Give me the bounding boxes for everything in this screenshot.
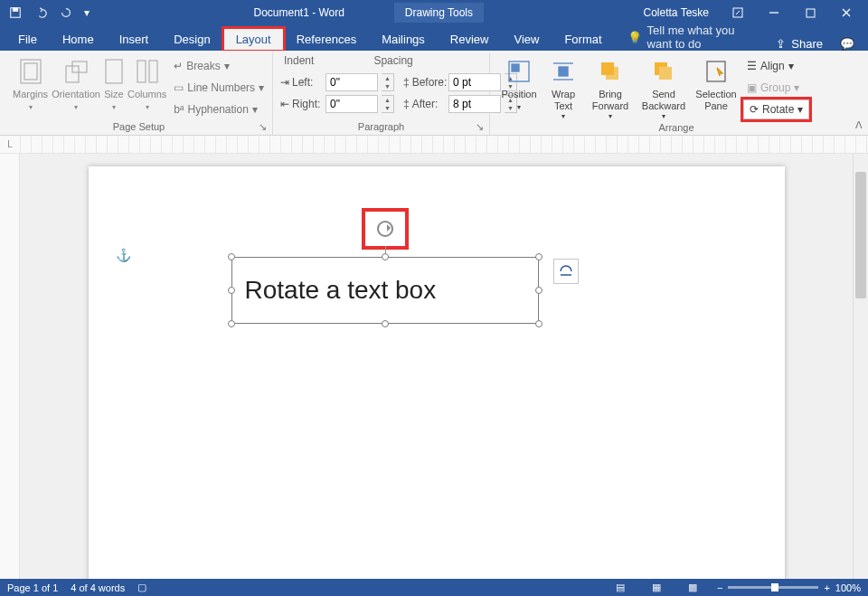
print-layout-view-icon[interactable]: ▦ bbox=[645, 582, 668, 593]
page-setup-dialog-launcher[interactable]: ↘ bbox=[259, 121, 267, 133]
ruler-corner: L bbox=[0, 136, 20, 153]
selection-pane-button[interactable]: Selection Pane bbox=[693, 54, 740, 120]
zoom-slider-thumb[interactable] bbox=[771, 583, 778, 591]
tab-format[interactable]: Format bbox=[552, 28, 614, 51]
zoom-out-button[interactable]: − bbox=[717, 582, 722, 593]
tab-references[interactable]: References bbox=[284, 28, 369, 51]
orientation-icon bbox=[63, 56, 89, 87]
vertical-scrollbar[interactable] bbox=[853, 154, 868, 579]
paragraph-dialog-launcher[interactable]: ↘ bbox=[476, 121, 484, 133]
tab-home[interactable]: Home bbox=[50, 28, 107, 51]
bring-forward-label: Bring Forward bbox=[592, 89, 628, 112]
send-backward-button[interactable]: Send Backward▾ bbox=[638, 54, 689, 120]
text-box-content[interactable]: Rotate a text box bbox=[231, 257, 539, 324]
zoom-slider-track[interactable] bbox=[728, 586, 818, 589]
tab-file[interactable]: File bbox=[5, 28, 50, 51]
spacing-after-label: ‡After: bbox=[403, 98, 445, 110]
resize-handle-r[interactable] bbox=[535, 287, 542, 294]
anchor-icon: ⚓ bbox=[116, 248, 131, 262]
indent-left-spinner[interactable]: ▲▼ bbox=[382, 73, 394, 91]
margins-label: Margins bbox=[13, 89, 48, 99]
word-count-status[interactable]: 4 of 4 words bbox=[71, 582, 125, 593]
indent-header: Indent bbox=[284, 54, 314, 67]
align-button[interactable]: ☰Align ▾ bbox=[743, 56, 809, 76]
tab-view[interactable]: View bbox=[501, 28, 552, 51]
rotate-button[interactable]: ⟳Rotate ▾ bbox=[743, 99, 809, 119]
user-name: Coletta Teske bbox=[644, 6, 710, 19]
bring-forward-button[interactable]: Bring Forward▾ bbox=[586, 54, 635, 120]
resize-handle-l[interactable] bbox=[228, 287, 235, 294]
undo-icon[interactable] bbox=[29, 3, 52, 23]
wrap-text-button[interactable]: Wrap Text▾ bbox=[544, 54, 582, 120]
columns-button[interactable]: Columns▾ bbox=[127, 54, 166, 119]
wrap-text-icon bbox=[551, 56, 576, 87]
resize-handle-tl[interactable] bbox=[228, 253, 235, 260]
read-mode-view-icon[interactable]: ▤ bbox=[609, 582, 632, 593]
vertical-ruler[interactable] bbox=[0, 154, 20, 579]
close-icon[interactable] bbox=[828, 0, 864, 25]
qat-customize-icon[interactable]: ▾ bbox=[80, 3, 94, 23]
resize-handle-b[interactable] bbox=[382, 320, 389, 327]
breaks-button[interactable]: ↵Breaks ▾ bbox=[170, 56, 268, 76]
size-button[interactable]: Size▾ bbox=[104, 54, 124, 119]
group-objects-label: Group bbox=[760, 81, 790, 94]
lightbulb-icon: 💡 bbox=[627, 31, 642, 44]
resize-handle-bl[interactable] bbox=[228, 320, 235, 327]
svg-rect-11 bbox=[106, 60, 122, 83]
horizontal-ruler[interactable] bbox=[20, 136, 868, 153]
line-numbers-button[interactable]: ▭Line Numbers ▾ bbox=[170, 78, 268, 98]
group-icon: ▣ bbox=[747, 81, 757, 94]
line-numbers-icon: ▭ bbox=[174, 81, 184, 94]
rotate-handle[interactable] bbox=[377, 221, 393, 237]
save-icon[interactable] bbox=[4, 3, 27, 23]
page-number-status[interactable]: Page 1 of 1 bbox=[7, 582, 58, 593]
position-icon bbox=[506, 56, 532, 87]
tab-layout[interactable]: Layout bbox=[223, 28, 284, 51]
tell-me-search[interactable]: 💡 Tell me what you want to do bbox=[615, 24, 768, 51]
resize-handle-tr[interactable] bbox=[535, 253, 542, 260]
page[interactable]: ⚓ Rotate a text box bbox=[89, 166, 785, 579]
hyphenation-button[interactable]: bªHyphenation ▾ bbox=[170, 99, 268, 119]
resize-handle-t[interactable] bbox=[382, 253, 389, 260]
tell-me-placeholder: Tell me what you want to do bbox=[647, 24, 755, 51]
group-button[interactable]: ▣Group ▾ bbox=[743, 78, 809, 98]
redo-icon[interactable] bbox=[54, 3, 78, 23]
web-layout-view-icon[interactable]: ▩ bbox=[681, 582, 704, 593]
share-button[interactable]: ⇪ Share bbox=[767, 37, 832, 51]
indent-right-input[interactable] bbox=[326, 95, 378, 113]
size-icon bbox=[104, 56, 124, 87]
orientation-button[interactable]: Orientation▾ bbox=[52, 54, 100, 119]
layout-options-button[interactable] bbox=[553, 259, 579, 284]
hyphenation-icon: bª bbox=[174, 103, 184, 116]
margins-button[interactable]: Margins▾ bbox=[13, 54, 48, 119]
document-canvas[interactable]: ⚓ Rotate a text box bbox=[20, 154, 853, 579]
align-label: Align bbox=[760, 60, 785, 72]
tab-design[interactable]: Design bbox=[161, 28, 222, 51]
spellcheck-status-icon[interactable]: ▢ bbox=[137, 582, 146, 593]
zoom-percentage[interactable]: 100% bbox=[835, 582, 861, 593]
svg-rect-13 bbox=[149, 61, 157, 82]
indent-right-spinner[interactable]: ▲▼ bbox=[382, 95, 394, 113]
collapse-ribbon-icon[interactable]: ᐱ bbox=[855, 119, 863, 131]
document-title: Document1 - Word bbox=[253, 6, 344, 19]
tab-mailings[interactable]: Mailings bbox=[369, 28, 438, 51]
indent-left-input[interactable] bbox=[326, 73, 378, 91]
tab-review[interactable]: Review bbox=[438, 28, 502, 51]
tab-insert[interactable]: Insert bbox=[107, 28, 162, 51]
ribbon-display-options-icon[interactable] bbox=[720, 0, 756, 25]
svg-rect-4 bbox=[807, 9, 815, 17]
position-button[interactable]: Position▾ bbox=[497, 54, 541, 120]
scrollbar-thumb[interactable] bbox=[855, 172, 866, 298]
minimize-icon[interactable] bbox=[756, 0, 792, 25]
feedback-icon[interactable]: 💬 bbox=[832, 37, 863, 51]
line-numbers-label: Line Numbers bbox=[187, 81, 255, 94]
zoom-in-button[interactable]: + bbox=[824, 582, 829, 593]
svg-rect-20 bbox=[601, 62, 614, 75]
svg-rect-8 bbox=[24, 63, 37, 80]
svg-rect-12 bbox=[137, 61, 146, 82]
selection-pane-label: Selection Pane bbox=[695, 89, 736, 112]
resize-handle-br[interactable] bbox=[535, 320, 542, 327]
text-box-object[interactable]: Rotate a text box bbox=[231, 257, 539, 324]
size-label: Size bbox=[104, 89, 123, 99]
maximize-icon[interactable] bbox=[792, 0, 828, 25]
